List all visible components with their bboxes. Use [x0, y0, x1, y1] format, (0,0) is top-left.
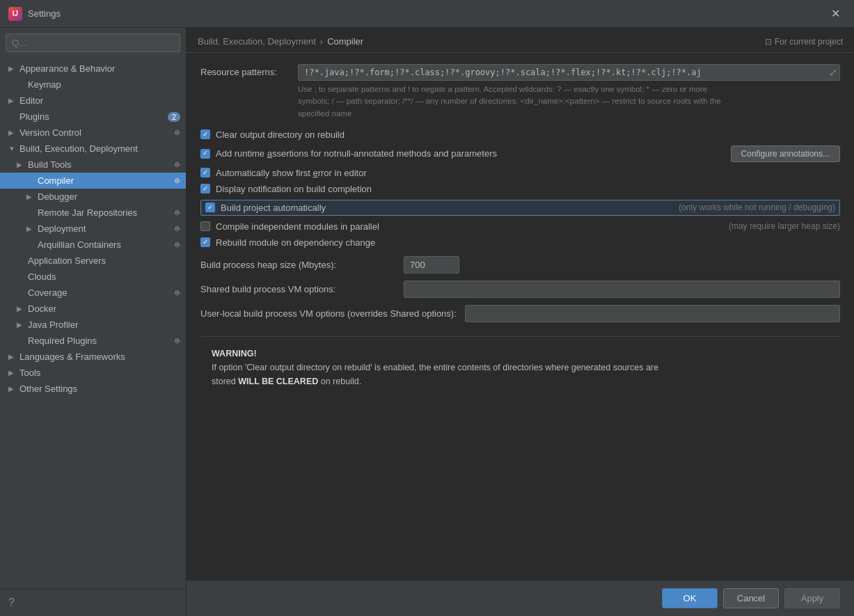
arrow-icon: ▶ — [8, 353, 18, 361]
breadcrumb-current: Compiler — [327, 36, 363, 47]
sidebar-item-tools[interactable]: ▶ Tools — [0, 365, 186, 381]
sidebar-item-label: Other Settings — [19, 384, 77, 394]
sidebar-item-docker[interactable]: ▶ Docker — [0, 301, 186, 317]
sidebar-item-debugger[interactable]: ▶ Debugger — [0, 189, 186, 205]
help-button[interactable]: ? — [0, 589, 186, 616]
sidebar-item-build-execution[interactable]: ▼ Build, Execution, Deployment — [0, 141, 186, 157]
sidebar-item-version-control[interactable]: ▶ Version Control ⊕ — [0, 125, 186, 141]
warning-box: WARNING! If option 'Clear output directo… — [200, 336, 840, 398]
sidebar-item-clouds[interactable]: Clouds — [0, 269, 186, 285]
sidebar-item-label: Build Tools — [28, 159, 72, 170]
sidebar-item-remote-jar[interactable]: Remote Jar Repositories ⊕ — [0, 205, 186, 221]
resource-patterns-input[interactable] — [298, 64, 840, 81]
build-auto-checkbox[interactable] — [205, 203, 215, 212]
add-assertions-checkbox[interactable] — [200, 149, 210, 159]
panel-header: Build, Execution, Deployment › Compiler … — [187, 28, 854, 53]
sidebar-item-app-servers[interactable]: Application Servers — [0, 253, 186, 269]
ok-button[interactable]: OK — [662, 588, 718, 608]
user-vm-row: User-local build process VM options (ove… — [200, 305, 840, 322]
user-vm-label: User-local build process VM options (ove… — [200, 308, 457, 319]
sidebar-item-required-plugins[interactable]: Required Plugins ⊕ — [0, 333, 186, 349]
sidebar-item-java-profiler[interactable]: ▶ Java Profiler — [0, 317, 186, 333]
rebuild-module-label: Rebuild module on dependency change — [216, 237, 840, 248]
sidebar-item-label: Editor — [19, 95, 43, 106]
arrow-placeholder — [26, 177, 36, 184]
sidebar-item-label: Docker — [28, 303, 56, 314]
title-bar: IJ Settings ✕ — [0, 0, 854, 28]
sidebar-item-coverage[interactable]: Coverage ⊕ — [0, 285, 186, 301]
close-button[interactable]: ✕ — [825, 4, 846, 23]
shared-vm-input[interactable] — [404, 281, 840, 298]
sidebar-item-deployment[interactable]: ▶ Deployment ⊕ — [0, 221, 186, 237]
configure-annotations-button[interactable]: Configure annotations... — [731, 145, 840, 162]
show-error-checkbox[interactable] — [200, 168, 210, 177]
compile-parallel-checkbox[interactable] — [200, 221, 210, 231]
copy-icon: ⊕ — [174, 288, 180, 297]
sidebar-item-label: Appearance & Behavior — [19, 63, 115, 74]
copy-icon: ⊕ — [174, 176, 180, 185]
clear-output-checkbox[interactable] — [200, 129, 210, 139]
sidebar-item-label: Debugger — [38, 191, 77, 202]
display-notification-label: Display notification on build completion — [216, 184, 840, 194]
sidebar-tree: ▶ Appearance & Behavior Keymap ▶ Editor … — [0, 58, 186, 589]
sidebar-item-label: Java Profiler — [28, 319, 78, 330]
heap-size-label: Build process heap size (Mbytes): — [200, 260, 395, 270]
sidebar-item-label: Required Plugins — [28, 335, 97, 346]
breadcrumb-parent: Build, Execution, Deployment — [198, 36, 316, 47]
section-options: Clear output directory on rebuild Add ru… — [200, 129, 840, 248]
sidebar-item-label: Coverage — [28, 287, 67, 298]
window-title: Settings — [28, 8, 825, 19]
copy-icon: ⊕ — [174, 240, 180, 249]
arrow-placeholder — [26, 209, 36, 216]
resource-patterns-row: Resource patterns: ⤢ Use ; to separate p… — [200, 64, 840, 120]
breadcrumb-sep: › — [320, 36, 323, 47]
arrow-placeholder — [8, 113, 18, 120]
sidebar-item-appearance[interactable]: ▶ Appearance & Behavior — [0, 61, 186, 77]
clear-output-label: Clear output directory on rebuild — [216, 129, 840, 140]
sidebar-item-label: Application Servers — [28, 255, 106, 266]
arrow-placeholder — [26, 241, 36, 248]
sidebar-item-label: Plugins — [19, 111, 49, 122]
checkbox-show-error: Automatically show first error in editor — [200, 168, 840, 178]
sidebar-item-label: Version Control — [19, 127, 81, 138]
sidebar-item-languages[interactable]: ▶ Languages & Frameworks — [0, 349, 186, 365]
checkbox-build-auto: Build project automatically (only works … — [200, 200, 840, 216]
search-input[interactable] — [6, 33, 180, 52]
user-vm-input[interactable] — [465, 305, 840, 322]
main-content: ▶ Appearance & Behavior Keymap ▶ Editor … — [0, 28, 854, 616]
checkbox-display-notification: Display notification on build completion — [200, 184, 840, 194]
shared-vm-row: Shared build process VM options: — [200, 281, 840, 298]
display-notification-checkbox[interactable] — [200, 184, 210, 194]
sidebar-item-other-settings[interactable]: ▶ Other Settings — [0, 381, 186, 397]
app-icon: IJ — [8, 7, 22, 21]
sidebar-item-plugins[interactable]: Plugins 2 — [0, 109, 186, 125]
arrow-icon: ▶ — [8, 369, 18, 377]
expand-button[interactable]: ⤢ — [829, 67, 837, 78]
sidebar-item-compiler[interactable]: Compiler ⊕ — [0, 173, 186, 189]
for-project: ⊡ For current project — [765, 37, 843, 47]
sidebar-item-arquillian[interactable]: Arquillian Containers ⊕ — [0, 237, 186, 253]
arrow-placeholder — [17, 81, 26, 88]
sidebar-item-keymap[interactable]: Keymap — [0, 77, 186, 93]
help-icon: ? — [8, 597, 15, 608]
heap-size-input[interactable] — [404, 256, 459, 274]
apply-button[interactable]: Apply — [784, 588, 840, 608]
sidebar-item-label: Tools — [19, 368, 40, 378]
resource-patterns-label: Resource patterns: — [200, 64, 298, 77]
sidebar-item-editor[interactable]: ▶ Editor — [0, 93, 186, 109]
rebuild-module-checkbox[interactable] — [200, 237, 210, 247]
sidebar-item-build-tools[interactable]: ▶ Build Tools ⊕ — [0, 157, 186, 173]
sidebar-item-label: Remote Jar Repositories — [38, 207, 137, 218]
checkbox-add-assertions: Add runtime assertions for notnull-annot… — [200, 145, 840, 162]
arrow-icon: ▶ — [8, 385, 18, 393]
arrow-icon: ▶ — [8, 129, 18, 136]
bottom-bar: OK Cancel Apply — [187, 580, 854, 616]
arrow-icon: ▶ — [17, 161, 26, 168]
sidebar-item-label: Languages & Frameworks — [19, 352, 125, 362]
panel-body: Resource patterns: ⤢ Use ; to separate p… — [187, 53, 854, 580]
copy-icon: ⊕ — [174, 160, 180, 169]
arrow-icon: ▶ — [8, 97, 18, 104]
copy-icon: ⊕ — [174, 224, 180, 233]
cancel-button[interactable]: Cancel — [723, 588, 779, 608]
copy-icon: ⊕ — [174, 128, 180, 137]
